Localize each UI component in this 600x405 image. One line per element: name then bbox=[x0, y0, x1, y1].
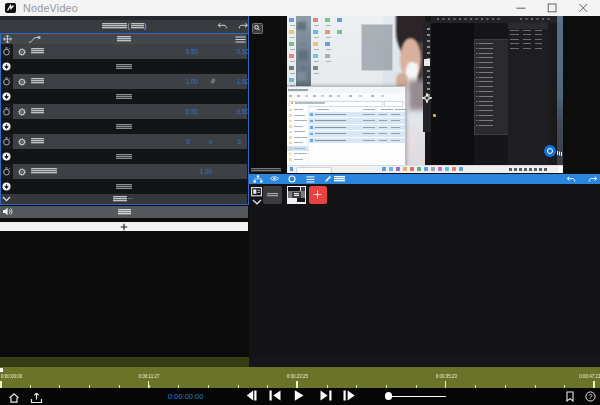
svg-text:?: ? bbox=[588, 393, 592, 400]
